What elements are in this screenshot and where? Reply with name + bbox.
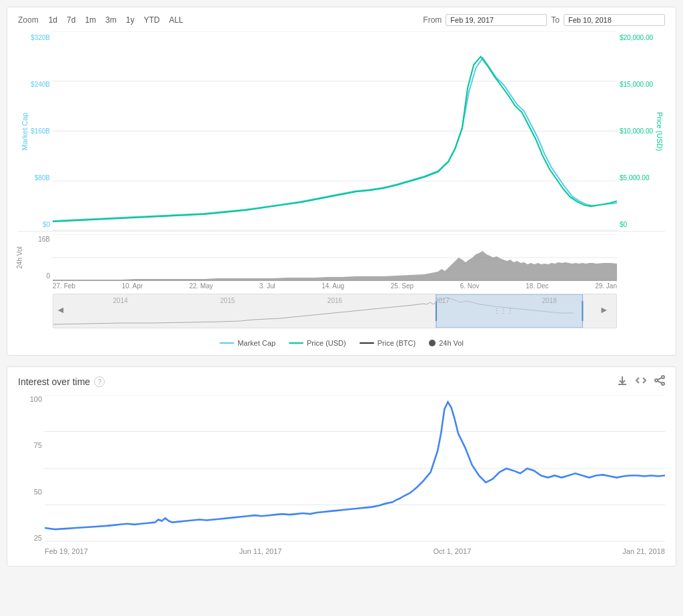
trends-x-tick-0: Feb 19, 2017	[45, 547, 88, 555]
svg-line-21	[658, 381, 662, 383]
volume-y-tick-1: 0	[46, 272, 50, 280]
main-chart-svg	[53, 31, 617, 231]
share-button[interactable]	[654, 375, 665, 388]
zoom-1m-button[interactable]: 1m	[81, 14, 99, 26]
y-axis-right: Price (USD) $20,000.00 $15,000.00 $10,00…	[617, 31, 665, 231]
svg-line-20	[658, 378, 662, 380]
trends-y-tick-100: 100	[30, 395, 42, 403]
trends-x-axis: Feb 19, 2017 Jun 11, 2017 Oct 1, 2017 Ja…	[45, 542, 665, 555]
legend-market-cap: Market Cap	[219, 339, 275, 347]
svg-text:►: ►	[600, 304, 609, 315]
zoom-controls: Zoom 1d 7d 1m 3m 1y YTD ALL	[18, 14, 187, 26]
date-range-controls: From To	[423, 14, 665, 26]
x-tick-1: 10. Apr	[121, 282, 143, 290]
y-right-tick-1: $15,000.00	[620, 81, 653, 88]
nav-label-2018: 2018	[542, 297, 556, 304]
svg-point-17	[662, 376, 664, 378]
x-tick-3: 3. Jul	[259, 282, 275, 290]
trends-title-row: Interest over time ?	[18, 376, 105, 387]
nav-label-2016: 2016	[327, 297, 342, 304]
main-chart-svg-area	[53, 31, 617, 231]
market-cap-line	[53, 58, 617, 221]
y-right-tick-2: $10,000.00	[620, 127, 653, 135]
y-axis-left: Market Cap $320B $240B $160B $80B $0	[18, 31, 53, 231]
zoom-7d-button[interactable]: 7d	[63, 14, 79, 26]
trends-title: Interest over time	[18, 376, 90, 387]
main-chart-area: Market Cap $320B $240B $160B $80B $0 Pri…	[18, 31, 665, 232]
svg-text:⋮⋮⋮: ⋮⋮⋮	[494, 307, 514, 314]
y-right-tick-0: $20,000.00	[620, 34, 653, 41]
zoom-3m-button[interactable]: 3m	[102, 14, 120, 26]
volume-area	[53, 251, 617, 281]
volume-chart-area: 24h Vol 16B 0	[18, 234, 665, 281]
zoom-ytd-button[interactable]: YTD	[140, 14, 163, 26]
price-btc-legend-label: Price (BTC)	[378, 339, 416, 347]
to-date-input[interactable]	[564, 14, 665, 26]
nav-label-2014: 2014	[113, 297, 127, 304]
svg-text:◄: ◄	[56, 304, 65, 315]
zoom-1y-button[interactable]: 1y	[123, 14, 138, 26]
price-chart-container: Zoom 1d 7d 1m 3m 1y YTD ALL From To Mark…	[7, 7, 676, 356]
to-label: To	[551, 15, 560, 25]
market-cap-legend-line	[219, 342, 234, 344]
trends-x-tick-3: Jan 21, 2018	[622, 547, 665, 555]
embed-button[interactable]	[636, 375, 646, 388]
trends-x-tick-1: Jun 11, 2017	[239, 547, 282, 555]
navigator-area[interactable]: ◄ ► ⋮⋮⋮ 2014 2015 2016 2017 2018	[53, 294, 617, 328]
y-left-tick-0: $320B	[31, 34, 50, 41]
nav-label-2017: 2017	[435, 297, 450, 304]
trends-chart-svg	[45, 395, 665, 542]
legend-price-usd: Price (USD)	[289, 339, 346, 347]
help-icon[interactable]: ?	[94, 376, 105, 387]
y-right-tick-3: $5,000.00	[620, 174, 650, 182]
download-button[interactable]	[617, 375, 628, 388]
legend-24h-vol: 24h Vol	[429, 339, 464, 347]
svg-point-18	[655, 379, 658, 382]
volume-svg-area	[53, 234, 617, 281]
chart-toolbar: Zoom 1d 7d 1m 3m 1y YTD ALL From To	[18, 14, 665, 26]
zoom-all-button[interactable]: ALL	[165, 14, 186, 26]
vol-legend-dot	[429, 340, 436, 346]
price-btc-legend-line	[360, 342, 374, 344]
y-left-tick-3: $80B	[35, 174, 50, 182]
volume-y-axis: 24h Vol 16B 0	[18, 234, 53, 281]
svg-point-19	[662, 382, 664, 385]
vol-legend-label: 24h Vol	[439, 339, 464, 347]
trends-svg-area	[45, 395, 665, 542]
zoom-label: Zoom	[18, 15, 39, 25]
x-tick-5: 25. Sep	[391, 282, 414, 290]
market-cap-axis-label: Market Cap	[21, 112, 29, 150]
trends-header: Interest over time ?	[18, 375, 665, 388]
y-left-tick-1: $240B	[31, 81, 50, 88]
y-left-tick-4: $0	[43, 221, 50, 228]
navigator-labels: 2014 2015 2016 2017 2018	[53, 297, 616, 304]
x-tick-0: 27. Feb	[53, 282, 75, 290]
market-cap-legend-label: Market Cap	[237, 339, 275, 347]
trends-x-tick-2: Oct 1, 2017	[433, 547, 471, 555]
trends-y-tick-75: 75	[34, 441, 42, 449]
trends-y-tick-50: 50	[34, 488, 42, 496]
volume-chart-svg	[53, 234, 617, 281]
from-label: From	[423, 15, 442, 25]
volume-axis-label: 24h Vol	[16, 246, 23, 268]
chart-legend: Market Cap Price (USD) Price (BTC) 24h V…	[18, 335, 665, 348]
legend-price-btc: Price (BTC)	[360, 339, 416, 347]
trends-y-tick-25: 25	[34, 534, 42, 542]
x-axis-row: 27. Feb 10. Apr 22. May 3. Jul 14. Aug 2…	[53, 282, 617, 290]
trends-container: Interest over time ?	[7, 366, 676, 567]
trends-actions	[617, 375, 665, 388]
price-usd-legend-label: Price (USD)	[307, 339, 346, 347]
price-usd-axis-label: Price (USD)	[656, 111, 664, 151]
volume-y-tick-0: 16B	[38, 236, 50, 243]
trends-y-axis: 100 75 50 25	[18, 395, 45, 542]
x-tick-2: 22. May	[189, 282, 213, 290]
price-usd-legend-line	[289, 342, 303, 344]
from-date-input[interactable]	[446, 14, 547, 26]
y-left-tick-2: $160B	[31, 127, 50, 135]
x-tick-6: 6. Nov	[460, 282, 480, 290]
nav-label-2015: 2015	[220, 297, 235, 304]
x-tick-8: 29. Jan	[595, 282, 617, 290]
y-right-tick-4: $0	[620, 221, 627, 228]
zoom-1d-button[interactable]: 1d	[45, 14, 61, 26]
trends-chart-area: 100 75 50 25 Feb 19, 2017 Jun 11, 2017 O…	[18, 395, 665, 555]
